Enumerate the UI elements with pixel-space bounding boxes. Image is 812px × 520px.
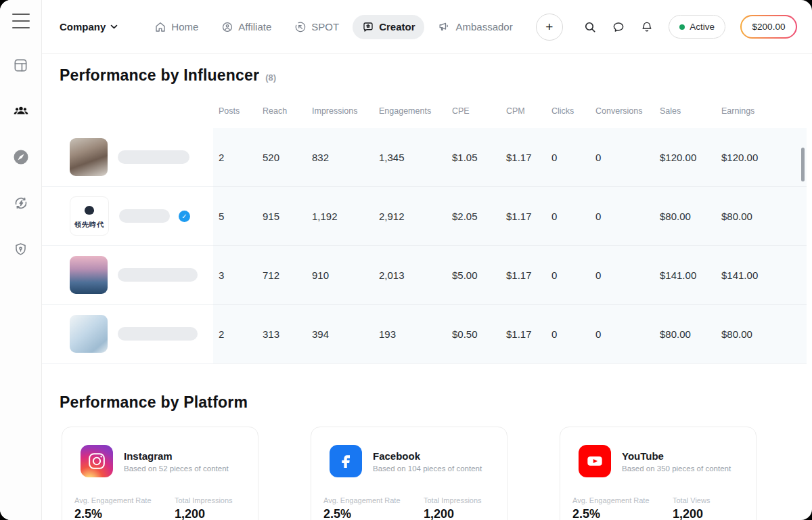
cell-clicks: 0 xyxy=(551,269,595,281)
cell-sales: $120.00 xyxy=(660,152,721,163)
table-scrollbar[interactable] xyxy=(801,148,805,181)
company-label: Company xyxy=(60,21,106,32)
cell-sales: $80.00 xyxy=(660,328,721,340)
home-icon xyxy=(154,21,166,33)
platform-card[interactable]: Instagram Based on 52 pieces of content … xyxy=(62,427,258,520)
affiliate-person-circle-icon xyxy=(221,21,233,33)
cell-sales: $141.00 xyxy=(660,269,721,281)
influencer-section-header: Performance by Influencer (8) xyxy=(60,66,812,85)
platform-name: YouTube xyxy=(622,450,731,462)
megaphone-icon xyxy=(438,20,451,33)
instagram-icon xyxy=(81,445,113,477)
stat1-label: Avg. Engagement Rate xyxy=(323,496,424,504)
influencer-avatar[interactable] xyxy=(70,256,108,294)
table-header-columns: PostsReachImpressionsEngagementsCPECPMCl… xyxy=(213,106,807,116)
column-header: Engagements xyxy=(379,106,452,116)
status-pill[interactable]: Active xyxy=(669,15,725,39)
name-placeholder-pill xyxy=(118,268,198,282)
influencer-rows: ✓ 2 520 832 1,345 $1.05 $1.17 0 0 $120.0… xyxy=(42,128,812,364)
stat1-label: Avg. Engagement Rate xyxy=(74,496,175,504)
name-placeholder-pill xyxy=(119,209,170,223)
cell-conversions: 0 xyxy=(595,328,660,340)
nav-item-affiliate[interactable]: Affiliate xyxy=(212,15,281,39)
cell-engagements: 193 xyxy=(379,328,452,340)
creator-bubble-badge-icon xyxy=(362,21,374,33)
platform-subtitle: Based on 104 pieces of content xyxy=(373,464,482,473)
platform-title: Performance by Platform xyxy=(60,393,248,412)
row-metrics: 2 520 832 1,345 $1.05 $1.17 0 0 $120.00 … xyxy=(213,128,807,187)
column-header: Earnings xyxy=(721,106,807,116)
search-icon[interactable] xyxy=(583,20,597,34)
nav-label-spot: SPOT xyxy=(311,21,339,32)
shield-lock-icon[interactable] xyxy=(13,241,29,257)
cell-earnings: $141.00 xyxy=(721,269,807,281)
stat2-label: Total Impressions xyxy=(175,496,246,504)
column-header: Reach xyxy=(263,106,312,116)
cell-clicks: 0 xyxy=(551,328,595,340)
stat1-value: 2.5% xyxy=(323,507,424,520)
add-button-label: + xyxy=(545,20,553,35)
status-label: Active xyxy=(690,22,715,32)
add-button[interactable]: + xyxy=(536,14,563,41)
influencer-avatar[interactable] xyxy=(70,315,108,353)
people-group-icon[interactable] xyxy=(13,103,29,119)
menu-icon[interactable] xyxy=(12,14,30,28)
influencer-avatar[interactable] xyxy=(70,138,108,176)
platform-card-header: Instagram Based on 52 pieces of content xyxy=(74,445,246,477)
table-row[interactable]: ✓ 3 712 910 2,013 $5.00 $1.17 0 0 $141.0… xyxy=(42,246,812,305)
cell-posts: 3 xyxy=(219,269,263,281)
company-dropdown[interactable]: Company xyxy=(60,21,118,32)
cell-cpm: $1.17 xyxy=(506,211,551,222)
platform-section-header: Performance by Platform xyxy=(60,393,812,412)
cell-earnings: $120.00 xyxy=(721,152,807,163)
nav-item-home[interactable]: Home xyxy=(145,15,208,39)
nav-item-spot[interactable]: SPOT xyxy=(285,15,348,39)
platform-card[interactable]: Facebook Based on 104 pieces of content … xyxy=(311,427,508,520)
platform-card[interactable]: YouTube Based on 350 pieces of content A… xyxy=(560,427,757,520)
cell-cpm: $1.17 xyxy=(506,269,551,281)
table-row[interactable]: 領先時代 ✓ 5 915 1,192 2,912 $2.05 $1.17 0 0… xyxy=(42,187,812,246)
chat-icon[interactable] xyxy=(612,20,625,34)
verified-badge-icon: ✓ xyxy=(179,211,190,222)
page-content: Performance by Influencer (8) PostsReach… xyxy=(42,54,812,520)
stat1-value: 2.5% xyxy=(74,507,175,520)
platform-card-header: YouTube Based on 350 pieces of content xyxy=(572,445,744,477)
platform-stats: Avg. Engagement Rate 2.5% Total Impressi… xyxy=(74,496,246,520)
table-row[interactable]: ✓ 2 313 394 193 $0.50 $1.17 0 0 $80.00 $… xyxy=(42,305,812,364)
page-title: Performance by Influencer xyxy=(60,66,259,85)
cell-posts: 5 xyxy=(219,211,263,222)
cell-reach: 915 xyxy=(263,211,312,222)
app-window: Company Home Affiliate SPOT Creator xyxy=(0,0,812,520)
energy-cycle-icon[interactable] xyxy=(13,195,29,211)
platform-subtitle: Based on 350 pieces of content xyxy=(622,464,731,473)
stat2-value: 1,200 xyxy=(175,507,246,520)
cell-cpm: $1.17 xyxy=(506,328,551,340)
column-header: CPM xyxy=(506,106,551,116)
nav-item-ambassador[interactable]: Ambassador xyxy=(428,14,522,39)
column-header: CPE xyxy=(452,106,506,116)
bell-icon[interactable] xyxy=(640,20,654,34)
stat2-label: Total Impressions xyxy=(424,496,495,504)
platform-cards: Instagram Based on 52 pieces of content … xyxy=(42,427,812,520)
sidebar-nav xyxy=(13,57,29,257)
spot-arrow-circle-icon xyxy=(294,21,307,33)
platform-stats: Avg. Engagement Rate 2.5% Total Views 1,… xyxy=(572,496,744,520)
layout-dashboard-icon[interactable] xyxy=(13,57,29,73)
influencer-cell: ✓ xyxy=(42,246,213,305)
table-header-row: PostsReachImpressionsEngagementsCPECPMCl… xyxy=(42,102,812,121)
table-row[interactable]: ✓ 2 520 832 1,345 $1.05 $1.17 0 0 $120.0… xyxy=(42,128,812,187)
platform-name: Instagram xyxy=(124,450,229,462)
stat1-value: 2.5% xyxy=(572,507,673,520)
row-metrics: 3 712 910 2,013 $5.00 $1.17 0 0 $141.00 … xyxy=(213,246,807,305)
balance-pill[interactable]: $200.00 xyxy=(740,15,797,38)
cell-clicks: 0 xyxy=(551,211,595,222)
cell-cpe: $5.00 xyxy=(452,269,506,281)
compass-icon[interactable] xyxy=(13,149,29,165)
nav-item-creator[interactable]: Creator xyxy=(353,15,424,39)
stat1-label: Avg. Engagement Rate xyxy=(572,496,673,504)
cell-reach: 520 xyxy=(263,152,312,163)
influencer-avatar[interactable]: 領先時代 xyxy=(70,196,109,236)
cell-cpe: $1.05 xyxy=(452,152,506,163)
avatar-logo-text: 領先時代 xyxy=(70,220,108,230)
column-header: Conversions xyxy=(595,106,660,116)
